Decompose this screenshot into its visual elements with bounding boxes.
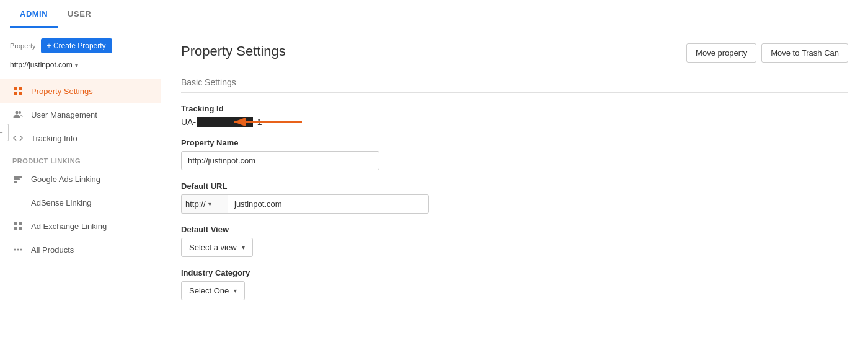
url-protocol-select[interactable]: http:// ▾ bbox=[181, 194, 228, 214]
property-label: Property bbox=[10, 42, 36, 50]
all-products-label: All Products bbox=[31, 245, 74, 254]
svg-rect-8 bbox=[14, 181, 17, 183]
svg-point-5 bbox=[19, 111, 21, 114]
property-dropdown-text: http://justinpot.com bbox=[10, 61, 73, 69]
back-arrow-icon: ← bbox=[0, 128, 4, 137]
main-layout: Property + Create Property http://justin… bbox=[0, 28, 868, 343]
property-name-label: Property Name bbox=[181, 138, 848, 147]
top-navigation: ADMIN USER bbox=[0, 0, 868, 28]
back-button-wrapper: ← bbox=[0, 124, 9, 141]
sidebar-item-adsense-linking[interactable]: AdSense Linking bbox=[0, 191, 161, 214]
all-products-icon bbox=[12, 244, 24, 255]
svg-point-15 bbox=[20, 249, 22, 251]
grid-icon bbox=[12, 85, 24, 97]
sidebar-item-tracking-info[interactable]: Tracking Info bbox=[0, 126, 161, 150]
sidebar-item-property-settings[interactable]: Property Settings bbox=[0, 79, 161, 103]
property-settings-label: Property Settings bbox=[31, 87, 93, 96]
sidebar-item-user-management[interactable]: User Management bbox=[0, 103, 161, 126]
sidebar-item-all-products[interactable]: All Products bbox=[0, 238, 161, 261]
tracking-id-prefix: UA- bbox=[181, 117, 196, 127]
industry-category-select-text: Select One bbox=[189, 286, 229, 295]
page-title: Property Settings bbox=[181, 43, 286, 59]
move-property-button[interactable]: Move property bbox=[686, 43, 756, 63]
tab-admin[interactable]: ADMIN bbox=[10, 2, 58, 28]
default-url-group: http:// ▾ bbox=[181, 194, 429, 214]
move-to-trash-button[interactable]: Move to Trash Can bbox=[761, 43, 848, 63]
arrow-annotation bbox=[228, 113, 308, 131]
exchange-icon bbox=[12, 220, 24, 232]
user-management-label: User Management bbox=[31, 110, 97, 119]
url-protocol-text: http:// bbox=[185, 199, 206, 209]
svg-rect-6 bbox=[14, 176, 22, 178]
sidebar-menu: Property Settings User Management bbox=[0, 74, 161, 261]
adsense-linking-label: AdSense Linking bbox=[31, 198, 92, 207]
svg-rect-9 bbox=[14, 222, 17, 225]
svg-rect-0 bbox=[14, 87, 17, 90]
default-view-arrow-icon: ▾ bbox=[242, 244, 245, 251]
header-buttons: Move property Move to Trash Can bbox=[686, 43, 848, 63]
default-view-label: Default View bbox=[181, 225, 848, 234]
default-url-label: Default URL bbox=[181, 181, 848, 191]
adsense-icon bbox=[12, 197, 24, 208]
ad-exchange-linking-label: Ad Exchange Linking bbox=[31, 222, 107, 231]
product-linking-section-label: PRODUCT LINKING bbox=[0, 150, 161, 167]
create-property-button[interactable]: + Create Property bbox=[41, 38, 112, 53]
svg-rect-12 bbox=[19, 227, 22, 230]
industry-category-select[interactable]: Select One ▾ bbox=[181, 281, 245, 300]
tracking-info-label: Tracking Info bbox=[31, 134, 78, 143]
content-header: Property Settings Move property Move to … bbox=[181, 43, 848, 63]
sidebar-item-google-ads-linking[interactable]: Google Ads Linking bbox=[0, 167, 161, 191]
property-dropdown-arrow-icon: ▾ bbox=[75, 62, 78, 69]
property-name-input[interactable] bbox=[181, 151, 379, 170]
default-view-select[interactable]: Select a view ▾ bbox=[181, 238, 253, 257]
svg-rect-3 bbox=[19, 92, 22, 95]
svg-rect-2 bbox=[14, 92, 17, 95]
main-content: Property Settings Move property Move to … bbox=[161, 28, 868, 343]
sidebar-item-ad-exchange-linking[interactable]: Ad Exchange Linking bbox=[0, 214, 161, 238]
svg-rect-7 bbox=[14, 178, 20, 180]
code-icon bbox=[12, 132, 24, 144]
svg-point-4 bbox=[16, 111, 19, 115]
url-domain-input[interactable] bbox=[228, 194, 429, 214]
svg-point-14 bbox=[17, 249, 19, 251]
sidebar: Property + Create Property http://justin… bbox=[0, 28, 161, 343]
industry-category-arrow-icon: ▾ bbox=[234, 287, 237, 294]
back-button[interactable]: ← bbox=[0, 124, 9, 141]
industry-category-label: Industry Category bbox=[181, 268, 848, 277]
tracking-id-row: UA- -1 bbox=[181, 117, 848, 127]
url-protocol-arrow-icon: ▾ bbox=[208, 201, 211, 207]
ads-icon bbox=[12, 173, 24, 185]
sidebar-property-header: Property + Create Property bbox=[0, 33, 161, 58]
svg-rect-1 bbox=[19, 87, 22, 90]
users-icon bbox=[12, 109, 24, 120]
basic-settings-section: Basic Settings bbox=[181, 77, 848, 93]
tab-user[interactable]: USER bbox=[58, 2, 101, 28]
google-ads-linking-label: Google Ads Linking bbox=[31, 175, 100, 184]
tracking-id-label: Tracking Id bbox=[181, 104, 848, 113]
svg-point-13 bbox=[14, 249, 16, 251]
svg-rect-11 bbox=[14, 227, 17, 230]
property-dropdown[interactable]: http://justinpot.com ▾ bbox=[0, 58, 161, 74]
svg-rect-10 bbox=[19, 222, 22, 225]
default-view-select-text: Select a view bbox=[189, 243, 237, 252]
